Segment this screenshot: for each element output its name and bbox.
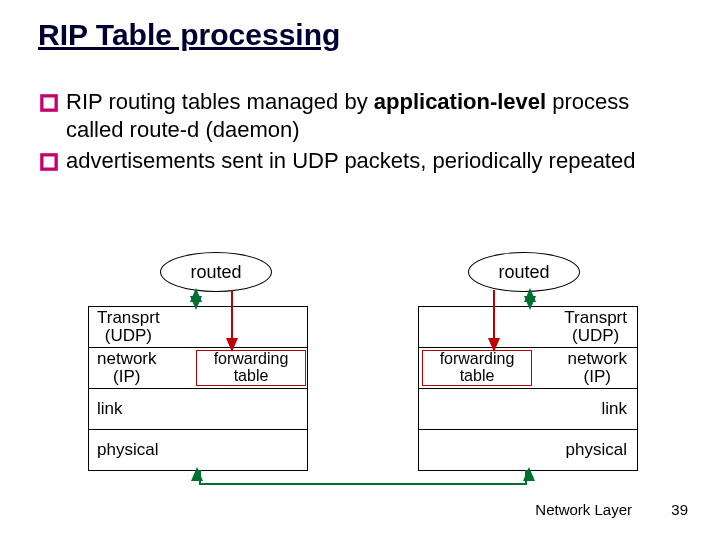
- right-link-layer: link: [419, 388, 637, 429]
- svg-rect-3: [44, 157, 55, 168]
- left-network-label: network (IP): [89, 350, 165, 386]
- bullet-1: RIP routing tables managed by applicatio…: [38, 88, 680, 143]
- bullet-2-text: advertisements sent in UDP packets, peri…: [66, 147, 635, 175]
- left-physical-label: physical: [89, 441, 166, 459]
- footer-label: Network Layer: [535, 501, 632, 518]
- left-transport-label: Transprt (UDP): [89, 309, 168, 345]
- right-physical-layer: physical: [419, 429, 637, 470]
- forwarding-table-right: forwarding table: [422, 350, 532, 386]
- routed-process-right: routed: [468, 252, 580, 292]
- slide-title: RIP Table processing: [38, 18, 340, 52]
- left-link-label: link: [89, 400, 131, 418]
- bullet-list: RIP routing tables managed by applicatio…: [38, 88, 680, 179]
- footer-page-number: 39: [671, 501, 688, 518]
- svg-rect-1: [44, 98, 55, 109]
- bullet-2: advertisements sent in UDP packets, peri…: [38, 147, 680, 175]
- right-link-label: link: [593, 400, 637, 418]
- bullet-2-pre: advertisements sent in UDP packets, peri…: [66, 148, 635, 173]
- right-transport-layer: Transprt (UDP): [419, 307, 637, 347]
- right-transport-label: Transprt (UDP): [556, 309, 637, 345]
- bullet-1-text: RIP routing tables managed by applicatio…: [66, 88, 680, 143]
- left-physical-layer: physical: [89, 429, 307, 470]
- bullet-1-bold: application-level: [374, 89, 546, 114]
- bullet-marker-icon: [38, 151, 60, 173]
- left-link-layer: link: [89, 388, 307, 429]
- forwarding-table-left: forwarding table: [196, 350, 306, 386]
- right-network-label: network (IP): [559, 350, 637, 386]
- routed-process-left: routed: [160, 252, 272, 292]
- bullet-1-pre: RIP routing tables managed by: [66, 89, 374, 114]
- bullet-marker-icon: [38, 92, 60, 114]
- left-transport-layer: Transprt (UDP): [89, 307, 307, 347]
- protocol-stack-left: Transprt (UDP) network (IP) link physica…: [88, 306, 308, 471]
- protocol-stack-right: Transprt (UDP) network (IP) link physica…: [418, 306, 638, 471]
- right-physical-label: physical: [558, 441, 637, 459]
